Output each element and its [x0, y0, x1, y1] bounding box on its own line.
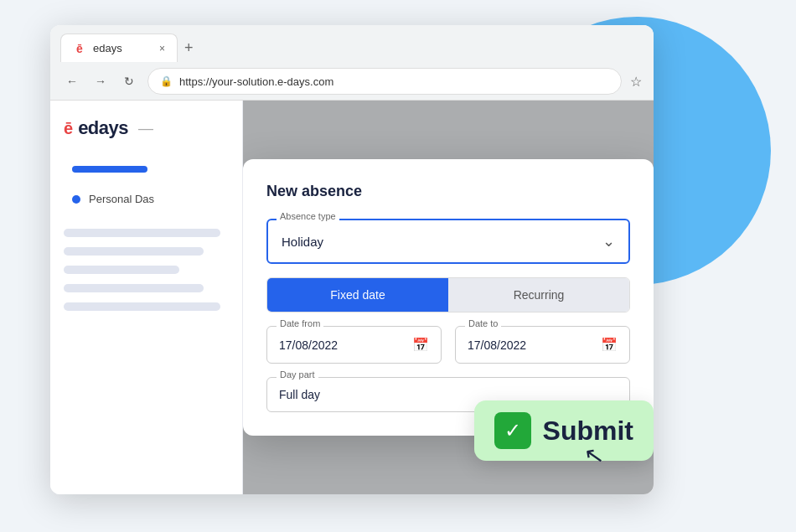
address-bar: ← → ↻ 🔒 https://your-solution.e-days.com… — [50, 62, 654, 101]
main-content: New absence Absence type Holiday ⌄ Fixed… — [243, 101, 654, 494]
submit-check-icon: ✓ — [494, 412, 531, 449]
date-to-input[interactable]: 17/08/2022 📅 — [455, 326, 630, 364]
url-text: https://your-solution.e-days.com — [179, 75, 333, 88]
logo-icon: ē — [64, 119, 73, 138]
absence-type-label: Absence type — [277, 211, 339, 221]
date-to-field: Date to 17/08/2022 📅 — [455, 326, 630, 364]
sidebar-item-label: Personal Das — [89, 193, 154, 205]
chevron-down-icon: ⌄ — [602, 232, 615, 251]
calendar-from-icon: 📅 — [412, 337, 429, 353]
new-absence-modal: New absence Absence type Holiday ⌄ Fixed… — [243, 159, 654, 436]
sidebar-toggle-item — [64, 159, 229, 179]
browser-window: ē edays × + ← → ↻ 🔒 https://your-solutio… — [50, 25, 654, 494]
sidebar: ē edays — Personal Das — [50, 101, 243, 494]
browser-chrome: ē edays × + ← → ↻ 🔒 https://your-solutio… — [50, 25, 654, 101]
skeleton-line-4 — [64, 284, 204, 292]
date-to-label: Date to — [465, 318, 501, 328]
fixed-date-button[interactable]: Fixed date — [267, 278, 448, 312]
forward-button[interactable]: → — [90, 71, 111, 91]
new-tab-button[interactable]: + — [184, 39, 194, 57]
skeleton-line-2 — [64, 247, 204, 256]
sidebar-skeleton — [64, 229, 229, 311]
skeleton-line-3 — [64, 266, 179, 274]
back-button[interactable]: ← — [62, 71, 82, 91]
url-bar[interactable]: 🔒 https://your-solution.e-days.com — [147, 68, 622, 95]
date-from-label: Date from — [277, 318, 323, 328]
sidebar-item-personal-dashboard[interactable]: Personal Das — [64, 186, 229, 212]
refresh-button[interactable]: ↻ — [119, 71, 139, 91]
date-to-value: 17/08/2022 — [468, 338, 526, 352]
submit-tooltip: ✓ Submit — [474, 400, 654, 461]
date-type-toggle: Fixed date Recurring — [266, 277, 630, 312]
logo-divider: — — [138, 120, 153, 137]
day-part-label: Day part — [277, 369, 318, 380]
date-from-field: Date from 17/08/2022 📅 — [266, 326, 442, 364]
nav-bar-indicator — [72, 166, 147, 173]
logo-text: edays — [78, 117, 128, 139]
absence-type-select[interactable]: Holiday ⌄ — [266, 219, 630, 264]
absence-type-value: Holiday — [282, 235, 323, 249]
skeleton-line-5 — [64, 302, 220, 311]
nav-dot-icon — [72, 195, 80, 204]
tab-close-button[interactable]: × — [159, 43, 165, 54]
modal-title: New absence — [266, 183, 630, 200]
bookmark-icon[interactable]: ☆ — [630, 74, 642, 90]
lock-icon: 🔒 — [160, 75, 173, 87]
recurring-button[interactable]: Recurring — [448, 278, 629, 312]
date-from-input[interactable]: 17/08/2022 📅 — [266, 326, 442, 364]
tab-bar: ē edays × + — [50, 25, 654, 62]
tab-favicon: ē — [73, 42, 86, 55]
skeleton-line-1 — [64, 229, 220, 237]
date-from-value: 17/08/2022 — [279, 338, 338, 352]
tab-title: edays — [93, 42, 122, 54]
absence-type-field: Absence type Holiday ⌄ — [266, 219, 630, 264]
calendar-to-icon: 📅 — [601, 337, 618, 353]
date-row: Date from 17/08/2022 📅 Date to — [266, 326, 630, 364]
sidebar-logo: ē edays — — [64, 117, 229, 139]
browser-content: ē edays — Personal Das — [50, 101, 654, 494]
browser-tab[interactable]: ē edays × — [60, 34, 178, 62]
